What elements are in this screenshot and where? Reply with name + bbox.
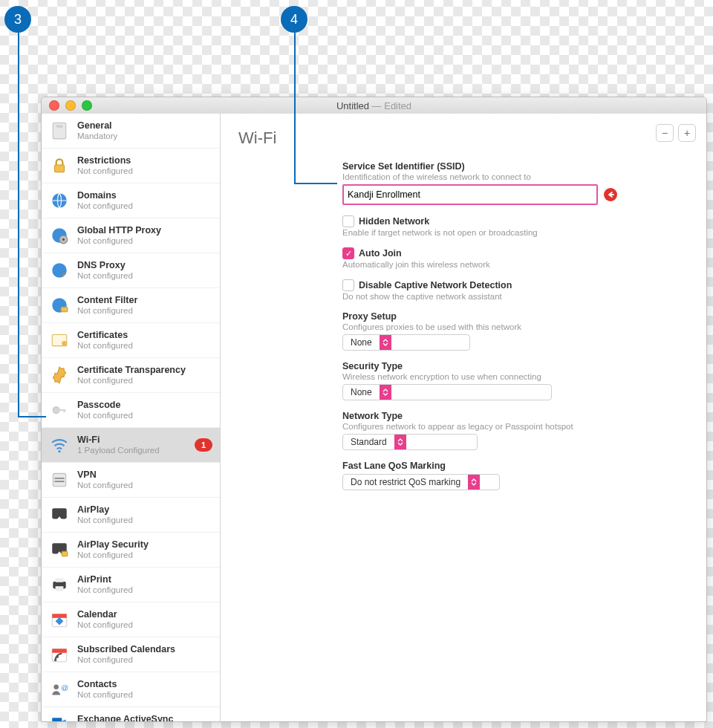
- autojoin-checkbox[interactable]: [342, 247, 354, 259]
- sidebar-item-label: Content Filter: [77, 295, 212, 305]
- proxy-help: Configures proxies to be used with this …: [342, 322, 654, 331]
- sidebar-item-sub: Not configured: [77, 690, 212, 700]
- svg-point-27: [54, 659, 56, 661]
- annotation-4-label: 4: [290, 12, 298, 27]
- network-type-select-value: Standard: [343, 437, 394, 447]
- sidebar-item-sub: Not configured: [77, 376, 212, 386]
- svg-rect-19: [62, 551, 68, 556]
- select-caret-icon: [468, 475, 480, 490]
- sidebar-item-contacts[interactable]: @ Contacts Not configured: [42, 672, 220, 706]
- proxy-select[interactable]: None: [342, 334, 470, 351]
- security-select[interactable]: None: [342, 384, 552, 400]
- sidebar-item-sub: Not configured: [77, 271, 212, 281]
- qos-select[interactable]: Do not restrict QoS marking: [342, 474, 500, 490]
- captive-label: Disable Captive Network Detection: [359, 280, 512, 290]
- sidebar-item-airprint[interactable]: AirPrint Not configured: [42, 567, 220, 602]
- airplay-lock-icon: [49, 539, 70, 560]
- annotation-4: 4: [281, 6, 307, 33]
- hidden-network-checkbox[interactable]: [342, 215, 354, 227]
- sidebar-item-vpn[interactable]: VPN Not configured: [42, 462, 220, 497]
- annotation-3-label: 3: [14, 12, 22, 27]
- window-title-suffix: — Edited: [369, 100, 411, 111]
- svg-point-28: [53, 685, 59, 690]
- printer-icon: [49, 574, 70, 595]
- sidebar-item-label: Global HTTP Proxy: [77, 225, 212, 235]
- add-payload-button[interactable]: +: [678, 124, 696, 142]
- hidden-network-help: Enable if target network is not open or …: [342, 228, 654, 237]
- annotation-4-line: [294, 33, 296, 184]
- sidebar-item-http-proxy[interactable]: Global HTTP Proxy Not configured: [42, 218, 220, 253]
- sidebar-item-wifi[interactable]: Wi-Fi 1 Payload Configured 1: [42, 427, 220, 462]
- sidebar-item-label: Certificates: [77, 330, 212, 340]
- sidebar-item-sub: Not configured: [77, 306, 212, 316]
- sidebar-item-sub: Not configured: [77, 481, 212, 490]
- globe-icon: [49, 190, 70, 211]
- sidebar-item-airplay-security[interactable]: AirPlay Security Not configured: [42, 532, 220, 567]
- svg-point-15: [58, 450, 60, 452]
- sidebar-item-label: VPN: [77, 469, 212, 480]
- sidebar-item-certificates[interactable]: Certificates Not configured: [42, 322, 220, 357]
- exchange-icon: E: [49, 714, 70, 721]
- autojoin-help: Automatically join this wireless network: [342, 260, 654, 269]
- svg-rect-2: [55, 165, 65, 172]
- sidebar-item-sub: Not configured: [77, 411, 212, 420]
- annotation-3-line-h: [18, 416, 46, 417]
- select-caret-icon: [394, 435, 406, 449]
- main-panel: − + Wi-Fi Service Set Identifier (SSID) …: [221, 114, 706, 721]
- proxy-select-value: None: [343, 337, 380, 348]
- sidebar-item-label: AirPlay Security: [77, 539, 212, 550]
- qos-select-value: Do not restrict QoS marking: [343, 477, 468, 487]
- captive-help: Do not show the captive network assistan…: [342, 292, 654, 301]
- svg-point-12: [53, 407, 59, 414]
- sidebar-item-sub: Not configured: [77, 550, 212, 560]
- calendar-icon: [49, 609, 70, 630]
- sidebar-item-dns-proxy[interactable]: DNS Proxy Not configured: [42, 253, 220, 287]
- select-caret-icon: [380, 335, 391, 350]
- sidebar-item-exchange[interactable]: E Exchange ActiveSync Not configured: [42, 706, 220, 721]
- network-type-select[interactable]: Standard: [342, 434, 478, 450]
- remove-payload-button[interactable]: −: [656, 124, 674, 142]
- svg-point-7: [52, 263, 67, 278]
- ssid-input[interactable]: [342, 184, 598, 205]
- svg-rect-16: [53, 473, 65, 486]
- sidebar-item-sub: Not configured: [77, 620, 212, 630]
- lock-icon: [49, 155, 70, 176]
- ssid-help: Identification of the wireless network t…: [342, 172, 654, 181]
- ssid-label: Service Set Identifier (SSID): [342, 161, 654, 172]
- qos-label: Fast Lane QoS Marking: [342, 461, 654, 471]
- svg-point-6: [62, 238, 65, 241]
- sidebar-item-label: AirPlay: [77, 504, 212, 515]
- sidebar-item-restrictions[interactable]: Restrictions Not configured: [42, 148, 220, 183]
- sidebar-item-cert-transparency[interactable]: Certificate Transparency Not configured: [42, 357, 220, 392]
- dns-icon: [49, 260, 70, 281]
- captive-checkbox[interactable]: [342, 279, 354, 291]
- sidebar-item-sub: Not configured: [77, 655, 212, 665]
- sidebar-item-label: Exchange ActiveSync: [77, 714, 212, 721]
- sidebar-badge: 1: [195, 438, 212, 452]
- annotation-3-line: [18, 33, 19, 417]
- sidebar-item-sub: 1 Payload Configured: [77, 446, 187, 455]
- svg-rect-14: [63, 409, 65, 412]
- sidebar-item-content-filter[interactable]: Content Filter Not configured: [42, 287, 220, 322]
- security-select-value: None: [343, 387, 380, 397]
- network-type-help: Configures network to appear as legacy o…: [342, 422, 654, 431]
- sidebar-item-label: Certificate Transparency: [77, 365, 212, 375]
- sidebar-item-calendar[interactable]: Calendar Not configured: [42, 602, 220, 637]
- sidebar-item-domains[interactable]: Domains Not configured: [42, 183, 220, 218]
- sidebar-item-subscribed-calendars[interactable]: Subscribed Calendars Not configured: [42, 637, 220, 672]
- sidebar-item-label: Domains: [77, 190, 212, 201]
- sidebar-item-general[interactable]: General Mandatory: [42, 114, 220, 148]
- sidebar-item-label: Contacts: [77, 679, 212, 689]
- seal-icon: [49, 365, 70, 386]
- network-type-label: Network Type: [342, 411, 654, 421]
- security-help: Wireless network encryption to use when …: [342, 372, 654, 381]
- svg-rect-1: [56, 125, 63, 127]
- sidebar-item-sub: Mandatory: [77, 131, 212, 141]
- select-caret-icon: [380, 385, 391, 400]
- sidebar-item-airplay[interactable]: AirPlay Not configured: [42, 497, 220, 532]
- general-icon: [49, 120, 70, 141]
- proxy-icon: [49, 225, 70, 246]
- sidebar-item-label: General: [77, 120, 212, 131]
- sidebar-item-passcode[interactable]: Passcode Not configured: [42, 392, 220, 427]
- svg-text:E: E: [55, 720, 60, 721]
